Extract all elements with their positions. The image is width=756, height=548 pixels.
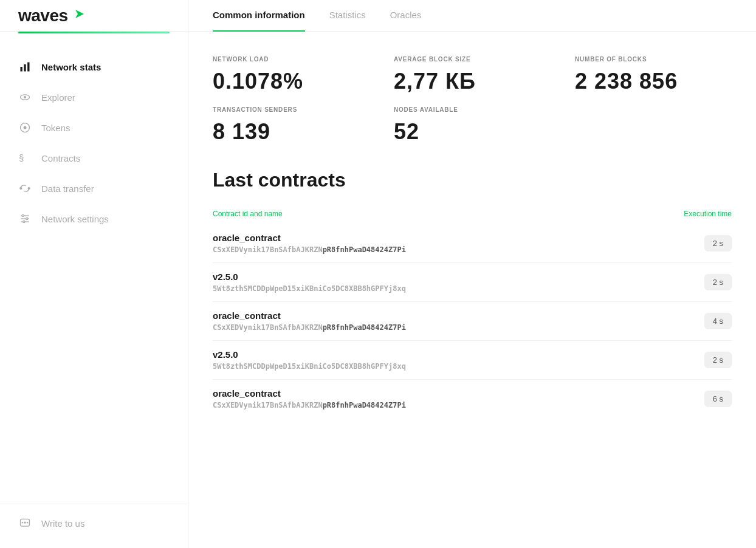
execution-time-badge: 6 s bbox=[704, 391, 732, 407]
transfer-icon bbox=[18, 182, 32, 195]
header-col-exec: Execution time bbox=[684, 210, 732, 218]
stat-avg-block-size: AVERAGE BLOCK SIZE 2,77 КБ bbox=[394, 56, 551, 94]
stat-num-blocks: NUMBER OF BLOCKS 2 238 856 bbox=[575, 56, 732, 94]
svg-point-16 bbox=[23, 221, 25, 222]
nav-label-contracts: Contracts bbox=[41, 153, 80, 163]
contract-name: v2.5.0 bbox=[213, 349, 406, 360]
svg-rect-2 bbox=[24, 64, 26, 72]
header-tabs: Common information Statistics Oracles bbox=[188, 0, 756, 32]
svg-marker-0 bbox=[75, 10, 84, 18]
sidebar: waves Network stats Explorer Tokens bbox=[0, 0, 188, 548]
sidebar-item-explorer[interactable]: Explorer bbox=[0, 82, 188, 112]
tab-common-information[interactable]: Common information bbox=[213, 0, 305, 32]
stat-nodes-available: NODES AVAILABLE 52 bbox=[394, 106, 551, 145]
write-to-us-label: Write to us bbox=[41, 518, 84, 529]
contract-row[interactable]: oracle_contract CSxXEDVynik17BnSAfbAJKRZ… bbox=[213, 380, 732, 418]
brand-icon bbox=[73, 7, 86, 24]
svg-rect-3 bbox=[27, 63, 29, 72]
message-icon bbox=[18, 516, 32, 530]
contract-id: 5Wt8zthSMCDDpWpeD15xiKBniCo5DC8XBB8hGPFY… bbox=[213, 362, 406, 371]
sidebar-item-data-transfer[interactable]: Data transfer bbox=[0, 173, 188, 204]
write-to-us-item[interactable]: Write to us bbox=[18, 516, 170, 530]
contracts-table-header: Contract id and name Execution time bbox=[213, 206, 732, 224]
contracts-table: Contract id and name Execution time orac… bbox=[213, 206, 732, 418]
contract-name: oracle_contract bbox=[213, 388, 406, 399]
contract-row[interactable]: oracle_contract CSxXEDVynik17BnSAfbAJKRZ… bbox=[213, 224, 732, 263]
tab-oracles[interactable]: Oracles bbox=[390, 0, 422, 32]
nav-label-network-settings: Network settings bbox=[41, 214, 109, 224]
settings-icon bbox=[18, 212, 32, 225]
contract-id: 5Wt8zthSMCDDpWpeD15xiKBniCo5DC8XBB8hGPFY… bbox=[213, 284, 406, 293]
svg-point-15 bbox=[26, 217, 28, 219]
sidebar-item-tokens[interactable]: Tokens bbox=[0, 112, 188, 143]
contract-name: oracle_contract bbox=[213, 233, 406, 243]
svg-point-18 bbox=[24, 522, 26, 524]
page-content: NETWORK LOAD 0.1078% AVERAGE BLOCK SIZE … bbox=[188, 32, 756, 548]
nav-label-data-transfer: Data transfer bbox=[41, 183, 94, 194]
nav-label-network-stats: Network stats bbox=[41, 62, 101, 72]
section-icon: § bbox=[18, 151, 32, 165]
contract-name: v2.5.0 bbox=[213, 272, 406, 282]
contract-id: CSxXEDVynik17BnSAfbAJKRZNpR8fnhPwaD48424… bbox=[213, 245, 406, 254]
sidebar-nav: Network stats Explorer Tokens § Contract… bbox=[0, 33, 188, 504]
sidebar-bottom: Write to us bbox=[0, 504, 188, 548]
contract-id: CSxXEDVynik17BnSAfbAJKRZNpR8fnhPwaD48424… bbox=[213, 323, 406, 332]
contract-info: oracle_contract CSxXEDVynik17BnSAfbAJKRZ… bbox=[213, 388, 406, 409]
execution-time-badge: 2 s bbox=[704, 274, 732, 290]
svg-point-20 bbox=[27, 522, 29, 524]
stat-tx-senders: TRANSACTION SENDERS 8 139 bbox=[213, 106, 369, 145]
sidebar-item-contracts[interactable]: § Contracts bbox=[0, 143, 188, 173]
svg-text:§: § bbox=[19, 152, 24, 163]
nav-label-explorer: Explorer bbox=[41, 92, 75, 103]
contract-row[interactable]: v2.5.0 5Wt8zthSMCDDpWpeD15xiKBniCo5DC8XB… bbox=[213, 341, 732, 380]
contract-info: oracle_contract CSxXEDVynik17BnSAfbAJKRZ… bbox=[213, 310, 406, 332]
header-col-id: Contract id and name bbox=[213, 210, 283, 218]
svg-point-10 bbox=[28, 187, 30, 190]
stats-grid: NETWORK LOAD 0.1078% AVERAGE BLOCK SIZE … bbox=[213, 56, 732, 145]
contract-info: v2.5.0 5Wt8zthSMCDDpWpeD15xiKBniCo5DC8XB… bbox=[213, 349, 406, 371]
contract-row[interactable]: oracle_contract CSxXEDVynik17BnSAfbAJKRZ… bbox=[213, 302, 732, 341]
last-contracts-title: Last contracts bbox=[213, 169, 732, 191]
contract-name: oracle_contract bbox=[213, 310, 406, 321]
bar-chart-icon bbox=[18, 60, 32, 74]
execution-time-badge: 4 s bbox=[704, 313, 732, 329]
svg-point-19 bbox=[22, 522, 24, 524]
execution-time-badge: 2 s bbox=[704, 235, 732, 252]
main-content: Common information Statistics Oracles NE… bbox=[188, 0, 756, 548]
tab-statistics[interactable]: Statistics bbox=[329, 0, 366, 32]
sidebar-item-network-stats[interactable]: Network stats bbox=[0, 52, 188, 82]
sidebar-item-network-settings[interactable]: Network settings bbox=[0, 204, 188, 234]
contract-row[interactable]: v2.5.0 5Wt8zthSMCDDpWpeD15xiKBniCo5DC8XB… bbox=[213, 263, 732, 302]
logo-area: waves bbox=[0, 0, 188, 32]
svg-point-7 bbox=[24, 126, 27, 129]
svg-point-9 bbox=[19, 187, 22, 190]
svg-point-5 bbox=[24, 96, 26, 98]
contract-info: oracle_contract CSxXEDVynik17BnSAfbAJKRZ… bbox=[213, 233, 406, 254]
eye-icon bbox=[18, 91, 32, 104]
brand-name: waves bbox=[18, 6, 68, 26]
svg-point-14 bbox=[22, 214, 24, 216]
execution-time-badge: 2 s bbox=[704, 352, 732, 368]
contract-id: CSxXEDVynik17BnSAfbAJKRZNpR8fnhPwaD48424… bbox=[213, 401, 406, 409]
svg-rect-1 bbox=[21, 67, 22, 72]
nav-label-tokens: Tokens bbox=[41, 123, 70, 133]
stat-network-load: NETWORK LOAD 0.1078% bbox=[213, 56, 369, 94]
contract-info: v2.5.0 5Wt8zthSMCDDpWpeD15xiKBniCo5DC8XB… bbox=[213, 272, 406, 293]
circle-dot-icon bbox=[18, 121, 32, 134]
